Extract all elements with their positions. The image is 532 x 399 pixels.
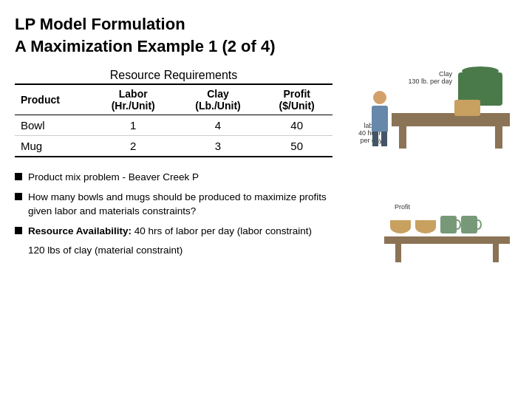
col-profit-label: Profit <box>283 88 310 100</box>
resource-table: Resource Requirements Product Labor (Hr.… <box>15 69 332 157</box>
table-row: Bowl1440 <box>15 115 332 136</box>
extra-line-text: 120 lbs of clay (material constraint) <box>28 245 183 256</box>
clay-label: Clay130 lb. per day <box>408 70 452 85</box>
bullet-text-1: Product mix problem - Beaver Creek P <box>28 171 332 185</box>
bowl-icon-2 <box>415 220 436 233</box>
left-panel: Resource Requirements Product Labor (Hr.… <box>15 69 332 290</box>
section-header: Resource Requirements <box>15 69 332 84</box>
bowl-icon <box>390 220 411 233</box>
col-clay-header: Clay (Lb./Unit) <box>175 84 262 115</box>
bullet-text-3: Resource Availability: 40 hrs of labor p… <box>28 225 332 239</box>
mug-icon <box>440 216 457 233</box>
cell-profit: 40 <box>261 115 332 136</box>
cell-profit: 50 <box>261 136 332 157</box>
person-body <box>372 106 388 132</box>
person-legs <box>372 132 388 146</box>
bullet-icon-2 <box>15 193 22 200</box>
bullets-section: Product mix problem - Beaver Creek P How… <box>15 171 332 256</box>
illustration: Clay130 lb. per day labor40 hours per da… <box>355 69 517 305</box>
cell-clay: 4 <box>175 115 262 136</box>
mug-icon-2 <box>461 216 477 233</box>
main-container: LP Model Formulation A Maximization Exam… <box>0 0 532 399</box>
person-leg-left <box>372 132 378 146</box>
bullet-2: How many bowls and mugs should be produc… <box>15 191 332 219</box>
cell-product: Bowl <box>15 115 92 136</box>
cell-labor: 1 <box>92 115 175 136</box>
col-product-label: Product <box>21 94 60 106</box>
person-icon <box>372 91 388 146</box>
col-profit-unit: ($/Unit) <box>279 100 315 112</box>
shelf-icon <box>384 213 510 244</box>
bullet-3: Resource Availability: 40 hrs of labor p… <box>15 225 332 239</box>
content-area: Resource Requirements Product Labor (Hr.… <box>15 69 517 290</box>
col-labor-header: Labor (Hr./Unit) <box>92 84 175 115</box>
bullet-icon-3 <box>15 227 22 234</box>
resource-avail-value: 40 hrs of labor per day (labor constrain… <box>134 225 312 236</box>
title-line2: A Maximization Example 1 (2 of 4) <box>15 37 276 55</box>
bullet-icon-1 <box>15 173 22 180</box>
right-panel: Clay130 lb. per day labor40 hours per da… <box>340 69 517 290</box>
resource-avail-label: Resource Availability: <box>28 225 132 236</box>
extra-line: 120 lbs of clay (material constraint) <box>28 245 332 256</box>
profit-label: Profit <box>395 203 410 211</box>
bullet-text-2: How many bowls and mugs should be produc… <box>28 191 332 219</box>
section-header-text: Resource Requirements <box>110 69 238 81</box>
col-clay-label: Clay <box>207 88 229 100</box>
bullet-1: Product mix problem - Beaver Creek P <box>15 171 332 185</box>
col-labor-unit: (Hr./Unit) <box>112 100 155 112</box>
cell-clay: 3 <box>175 136 262 157</box>
shelf-board <box>384 236 510 244</box>
person-head <box>373 91 386 104</box>
clay-on-table-icon <box>454 100 480 116</box>
page-title: LP Model Formulation A Maximization Exam… <box>15 13 517 57</box>
person-leg-right <box>381 132 387 146</box>
cell-labor: 2 <box>92 136 175 157</box>
title-line1: LP Model Formulation <box>15 15 185 33</box>
cell-product: Mug <box>15 136 92 157</box>
col-labor-label: Labor <box>119 88 148 100</box>
col-profit-header: Profit ($/Unit) <box>261 84 332 115</box>
col-product-header: Product <box>15 84 92 115</box>
table-row: Mug2350 <box>15 136 332 157</box>
shelf-items <box>384 213 510 236</box>
col-clay-unit: (Lb./Unit) <box>195 100 240 112</box>
work-table-icon <box>392 113 510 126</box>
